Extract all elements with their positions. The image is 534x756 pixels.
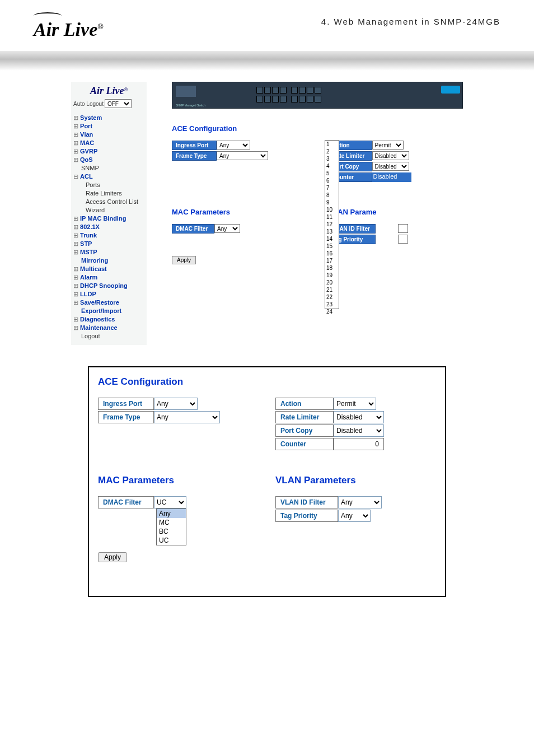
nav-acl-wizard[interactable]: Wizard xyxy=(73,206,147,214)
autologout-label: Auto Logout xyxy=(73,101,104,107)
ace-config-title: ACE Configuration xyxy=(172,124,463,133)
nav-trunk[interactable]: Trunk xyxy=(73,231,147,240)
autologout-select[interactable]: OFF xyxy=(105,99,132,108)
ratelimiter-label-2: Rate Limiter xyxy=(275,411,334,423)
nav-system[interactable]: System xyxy=(73,114,147,122)
portcopy-select-2[interactable]: Disabled xyxy=(334,424,384,437)
dmac-filter-select[interactable]: Any xyxy=(214,224,240,233)
nav-alarm[interactable]: Alarm xyxy=(73,273,147,282)
ace-config-zoom: ACE Configuration Ingress Port Any Frame… xyxy=(88,366,446,597)
sidebar-brand: Air Live® xyxy=(71,82,147,98)
mac-params-title: MAC Parameters xyxy=(172,208,317,216)
action-select[interactable]: Permit xyxy=(372,141,404,150)
nav-multicast[interactable]: Multicast xyxy=(73,265,147,273)
nav-expimp[interactable]: Export/Import xyxy=(73,307,147,315)
brand-logo: Air Live® xyxy=(34,11,104,40)
nav-maint[interactable]: Maintenance xyxy=(73,324,147,332)
action-label-2: Action xyxy=(275,398,334,410)
brand-name: Air Live xyxy=(34,19,97,40)
vlanid-filter-select-2[interactable]: Any xyxy=(338,496,382,508)
frame-type-select[interactable]: Any xyxy=(217,151,268,160)
brand-registered: ® xyxy=(97,22,103,31)
frame-type-label-2: Frame Type xyxy=(98,411,154,423)
ratelimiter-select-2[interactable]: Disabled xyxy=(334,411,384,423)
sidebar: Air Live® Auto Logout OFF System Port Vl… xyxy=(71,82,147,345)
nav-qos[interactable]: QoS xyxy=(73,156,147,164)
nav-saverestore[interactable]: Save/Restore xyxy=(73,298,147,307)
frame-type-label: Frame Type xyxy=(172,151,217,161)
tag-priority-label-2: Tag Priority xyxy=(275,510,338,522)
page-title: 4. Web Management in SNMP-24MGB xyxy=(321,17,500,26)
dmac-filter-select-2[interactable]: UC xyxy=(154,496,186,508)
nav-mirroring[interactable]: Mirroring xyxy=(73,256,147,265)
tag-priority-select-2[interactable]: Any xyxy=(338,510,371,522)
nav-tree: System Port Vlan MAC GVRP QoS SNMP ACL P… xyxy=(71,111,147,345)
dmac-filter-label: DMAC Filter xyxy=(172,224,214,234)
ingress-port-label-2: Ingress Port xyxy=(98,398,154,410)
portcopy-select[interactable]: Disabled xyxy=(372,162,409,171)
action-select-2[interactable]: Permit xyxy=(334,398,376,410)
dmac-filter-label-2: DMAC Filter xyxy=(98,496,154,508)
vlanid-filter-input[interactable] xyxy=(398,224,408,233)
vlan-params-title-2: VLAN Parameters xyxy=(275,475,436,486)
nav-acl-accesslist[interactable]: Access Control List xyxy=(73,198,147,206)
ace-config-title-2: ACE Configuration xyxy=(98,376,436,388)
counter-value-2: 0 xyxy=(334,438,384,450)
portcopy-label-2: Port Copy xyxy=(275,424,334,437)
tag-priority-input[interactable] xyxy=(398,235,408,244)
nav-stp[interactable]: STP xyxy=(73,240,147,248)
apply-button[interactable]: Apply xyxy=(172,256,196,264)
ratelimiter-select[interactable]: Disabled xyxy=(372,151,409,160)
nav-mac[interactable]: MAC xyxy=(73,139,147,147)
nav-snmp[interactable]: SNMP xyxy=(73,164,147,172)
nav-logout[interactable]: Logout xyxy=(73,332,147,340)
device-image: SNMP Managed Switch xyxy=(172,82,463,109)
nav-dhcps[interactable]: DHCP Snooping xyxy=(73,282,147,290)
vlanid-filter-label-2: VLAN ID Filter xyxy=(275,496,338,508)
nav-vlan[interactable]: Vlan xyxy=(73,130,147,139)
ingress-port-select[interactable]: Any xyxy=(217,141,250,150)
nav-diag[interactable]: Diagnostics xyxy=(73,315,147,324)
counter-value-highlight[interactable]: Disabled xyxy=(372,172,411,182)
nav-ipmac[interactable]: IP MAC Binding xyxy=(73,214,147,223)
nav-acl-ports[interactable]: Ports xyxy=(73,181,147,189)
portcopy-dropdown-list[interactable]: 123456789101112131415161718192021222324 xyxy=(325,140,339,309)
vlan-params-title: VLAN Parame xyxy=(329,208,463,216)
mac-params-title-2: MAC Parameters xyxy=(98,475,259,486)
nav-port[interactable]: Port xyxy=(73,122,147,130)
nav-mstp[interactable]: MSTP xyxy=(73,248,147,256)
nav-gvrp[interactable]: GVRP xyxy=(73,147,147,156)
nav-dot1x[interactable]: 802.1X xyxy=(73,223,147,231)
apply-button-2[interactable]: Apply xyxy=(98,552,127,562)
nav-acl[interactable]: ACL xyxy=(73,172,147,181)
nav-lldp[interactable]: LLDP xyxy=(73,290,147,298)
nav-acl-ratelimiters[interactable]: Rate Limiters xyxy=(73,189,147,198)
frame-type-select-2[interactable]: Any xyxy=(154,411,220,423)
header-divider xyxy=(0,43,534,71)
dmac-filter-options[interactable]: AnyMCBCUC xyxy=(156,508,186,545)
ingress-port-select-2[interactable]: Any xyxy=(154,398,198,410)
counter-label-2: Counter xyxy=(275,438,334,450)
ingress-port-label: Ingress Port xyxy=(172,141,217,150)
